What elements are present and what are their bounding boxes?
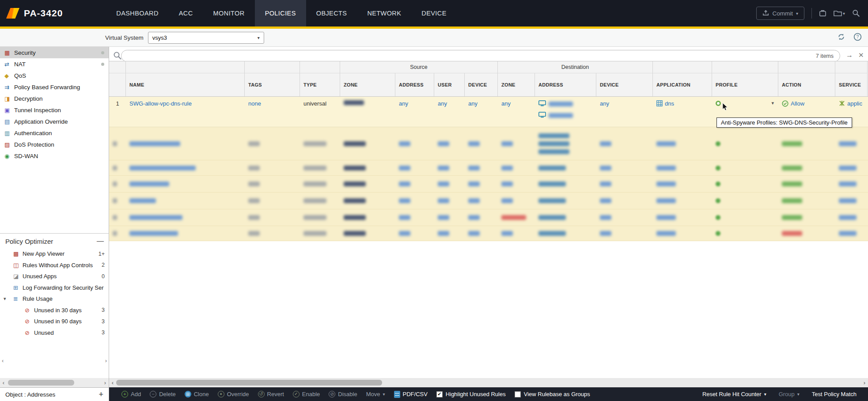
col-header-dest-zone[interactable]: ZONE bbox=[498, 73, 535, 96]
override-button[interactable]: ●Override bbox=[218, 391, 249, 397]
source-address-value[interactable]: any bbox=[399, 100, 408, 107]
optimizer-item-log-forwarding-for-security-ser[interactable]: ⊞Log Forwarding for Security Ser bbox=[0, 282, 109, 294]
clear-filter-icon[interactable]: ✕ bbox=[858, 51, 864, 59]
virtual-system-label: Virtual System bbox=[105, 34, 144, 41]
sidebar-item-qos[interactable]: ◆QoS bbox=[0, 70, 109, 81]
clone-button[interactable]: ⊞Clone bbox=[185, 391, 209, 397]
nav-acc[interactable]: ACC bbox=[169, 0, 203, 26]
dest-device-value[interactable]: any bbox=[600, 100, 609, 107]
sidebar-item-decryption[interactable]: ◨Decryption bbox=[0, 93, 109, 104]
disable-button[interactable]: ⊘Disable bbox=[329, 391, 357, 397]
nav-policies[interactable]: POLICIES bbox=[255, 0, 306, 26]
scrollbar-thumb[interactable] bbox=[8, 380, 74, 386]
collapse-icon[interactable]: — bbox=[97, 237, 104, 245]
refresh-icon[interactable] bbox=[837, 33, 845, 43]
optimizer-item-new-app-viewer[interactable]: ▩New App Viewer1+ bbox=[0, 248, 109, 260]
optimizer-item-unused-in-30-days[interactable]: ⊘Unused in 30 days3 bbox=[0, 305, 109, 316]
optimizer-item-unused-in-90-days[interactable]: ⊘Unused in 90 days3 bbox=[0, 316, 109, 327]
source-user-value[interactable]: any bbox=[438, 100, 447, 107]
view-rulebase-as-groups-checkbox[interactable]: View Rulebase as Groups bbox=[515, 391, 590, 397]
expander-icon[interactable]: ▾ bbox=[4, 296, 13, 302]
redacted-cell bbox=[535, 226, 596, 241]
chevron-down-icon[interactable]: ▾ bbox=[771, 100, 774, 106]
rule-tags[interactable]: none bbox=[248, 100, 261, 107]
col-header-source-user[interactable]: USER bbox=[434, 73, 465, 96]
sidebar-item-nat[interactable]: ⇄NAT bbox=[0, 58, 109, 70]
group-dropdown[interactable]: Group▾ bbox=[779, 391, 800, 397]
dest-address-cell[interactable] bbox=[535, 97, 596, 127]
virtual-system-select[interactable]: vsys3 ▾ bbox=[148, 32, 264, 44]
dest-zone-value[interactable]: any bbox=[501, 100, 511, 107]
nav-monitor[interactable]: MONITOR bbox=[203, 0, 255, 26]
blurred-rule-row[interactable] bbox=[109, 160, 868, 176]
optimizer-item-unused-apps[interactable]: ◪Unused Apps0 bbox=[0, 271, 109, 282]
scrollbar-thumb[interactable] bbox=[116, 380, 382, 386]
revert-button[interactable]: ↺Revert bbox=[258, 391, 284, 397]
enable-button[interactable]: ✔Enable bbox=[293, 391, 320, 397]
col-header-profile[interactable]: PROFILE bbox=[712, 73, 778, 96]
delete-button[interactable]: −Delete bbox=[150, 391, 176, 397]
anti-spyware-profile-icon[interactable] bbox=[716, 101, 721, 106]
blurred-rule-row[interactable] bbox=[109, 176, 868, 193]
source-zone-cell[interactable] bbox=[340, 97, 395, 127]
checkbox-unchecked-icon[interactable] bbox=[515, 391, 521, 397]
application-value[interactable]: dns bbox=[665, 100, 674, 107]
sidebar-item-policy-based-forwarding[interactable]: ⇉Policy Based Forwarding bbox=[0, 81, 109, 93]
col-header-source-device[interactable]: DEVICE bbox=[465, 73, 498, 96]
col-header-name[interactable]: NAME bbox=[126, 73, 245, 96]
col-header-source-address[interactable]: ADDRESS bbox=[395, 73, 434, 96]
table-column-header-row: NAME TAGS TYPE ZONE ADDRESS USER DEVICE … bbox=[109, 73, 868, 97]
table-horizontal-scrollbar[interactable]: ‹ › bbox=[109, 378, 868, 387]
service-value[interactable]: applic bbox=[847, 100, 862, 107]
sidebar-item-authentication[interactable]: ▥Authentication bbox=[0, 127, 109, 139]
help-icon[interactable]: ? bbox=[853, 33, 862, 43]
optimizer-scrollbar[interactable]: ‹ › bbox=[0, 378, 109, 387]
col-header-dest-device[interactable]: DEVICE bbox=[596, 73, 653, 96]
nav-network[interactable]: NETWORK bbox=[357, 0, 411, 26]
config-push-icon[interactable] bbox=[819, 10, 826, 17]
test-policy-match-button[interactable]: Test Policy Match bbox=[812, 391, 857, 397]
source-device-value[interactable]: any bbox=[468, 100, 478, 107]
sidebar-item-security[interactable]: ▦Security bbox=[0, 47, 109, 58]
sidebar-item-sd-wan[interactable]: ◉SD-WAN bbox=[0, 150, 109, 162]
nav-device[interactable]: DEVICE bbox=[411, 0, 456, 26]
sidebar-scrollbar[interactable]: ‹› bbox=[0, 356, 109, 364]
optimizer-item-rules-without-app-controls[interactable]: ◫Rules Without App Controls2 bbox=[0, 260, 109, 271]
chevron-down-icon: ▾ bbox=[383, 392, 385, 397]
col-header-service[interactable]: SERVICE bbox=[835, 73, 868, 96]
global-search-icon[interactable] bbox=[852, 9, 860, 17]
col-header-tags[interactable]: TAGS bbox=[245, 73, 300, 96]
highlight-unused-rules-checkbox[interactable]: ✔Highlight Unused Rules bbox=[436, 391, 506, 397]
action-value[interactable]: Allow bbox=[791, 100, 804, 107]
col-header-type[interactable]: TYPE bbox=[300, 73, 340, 96]
apply-filter-icon[interactable]: → bbox=[846, 51, 853, 59]
save-config-icon[interactable]: ▾ bbox=[834, 10, 845, 17]
blurred-rule-row[interactable] bbox=[109, 209, 868, 226]
rule-name-link[interactable]: SWG-allow-vpc-dns-rule bbox=[129, 100, 192, 107]
blurred-rule-row[interactable] bbox=[109, 127, 868, 160]
sidebar-item-tunnel-inspection[interactable]: ▣Tunnel Inspection bbox=[0, 104, 109, 116]
pdf-csv-button[interactable]: PDF/CSV bbox=[394, 391, 428, 398]
svg-text:?: ? bbox=[857, 34, 859, 39]
col-header-application[interactable]: APPLICATION bbox=[653, 73, 712, 96]
optimizer-item-rule-usage[interactable]: ▾≣Rule Usage bbox=[0, 293, 109, 305]
optimizer-item-unused[interactable]: ⊘Unused3 bbox=[0, 327, 109, 339]
nav-objects[interactable]: OBJECTS bbox=[306, 0, 357, 26]
commit-button[interactable]: Commit ▾ bbox=[756, 7, 804, 20]
move-button[interactable]: Move▾ bbox=[366, 391, 385, 397]
blurred-rule-row[interactable] bbox=[109, 193, 868, 209]
rule-search-input[interactable]: 7 items bbox=[121, 50, 840, 62]
col-header-dest-address[interactable]: ADDRESS bbox=[535, 73, 596, 96]
blurred-rule-row[interactable] bbox=[109, 226, 868, 241]
checkbox-checked-icon[interactable]: ✔ bbox=[436, 391, 443, 397]
col-header-rownum[interactable] bbox=[109, 73, 126, 96]
sidebar-item-application-override[interactable]: ▤Application Override bbox=[0, 116, 109, 127]
nav-dashboard[interactable]: DASHBOARD bbox=[106, 0, 168, 26]
application-cell[interactable]: dns bbox=[653, 97, 712, 127]
col-header-action[interactable]: ACTION bbox=[778, 73, 835, 96]
reset-rule-hit-counter-dropdown[interactable]: Reset Rule Hit Counter▾ bbox=[702, 391, 766, 397]
col-header-source-zone[interactable]: ZONE bbox=[340, 73, 395, 96]
sidebar-item-dos-protection[interactable]: ▨DoS Protection bbox=[0, 139, 109, 150]
add-button[interactable]: +Add bbox=[121, 391, 141, 397]
add-object-icon[interactable]: + bbox=[99, 390, 103, 399]
